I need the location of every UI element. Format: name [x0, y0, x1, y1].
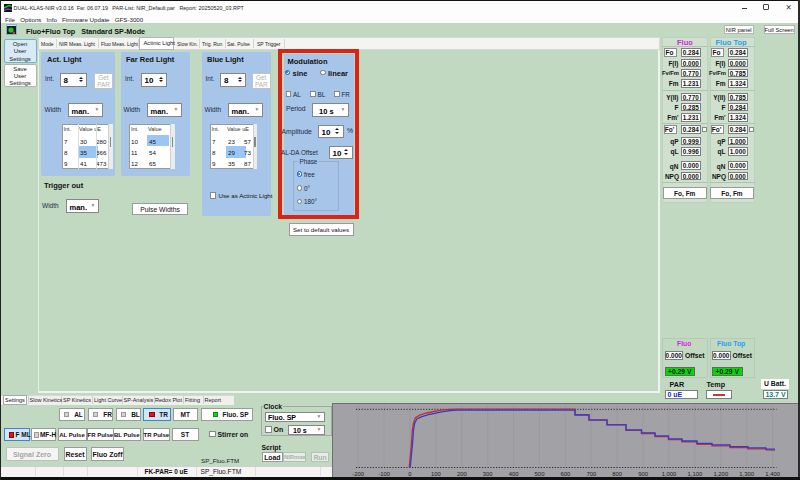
svg-text:300: 300: [483, 471, 494, 477]
svg-text:1,100: 1,100: [688, 471, 703, 477]
svg-text:1,400: 1,400: [765, 471, 780, 477]
svg-text:500: 500: [535, 471, 546, 477]
svg-text:-100: -100: [378, 471, 391, 477]
svg-text:400: 400: [509, 471, 520, 477]
svg-text:200: 200: [457, 471, 468, 477]
svg-text:900: 900: [638, 471, 649, 477]
svg-text:100: 100: [431, 471, 442, 477]
svg-text:1,200: 1,200: [713, 471, 728, 477]
svg-text:-200: -200: [352, 471, 365, 477]
svg-text:0: 0: [408, 471, 412, 477]
svg-text:700: 700: [586, 471, 597, 477]
svg-text:1,300: 1,300: [739, 471, 754, 477]
svg-text:800: 800: [612, 471, 623, 477]
svg-text:600: 600: [560, 471, 571, 477]
svg-text:1,000: 1,000: [662, 471, 677, 477]
